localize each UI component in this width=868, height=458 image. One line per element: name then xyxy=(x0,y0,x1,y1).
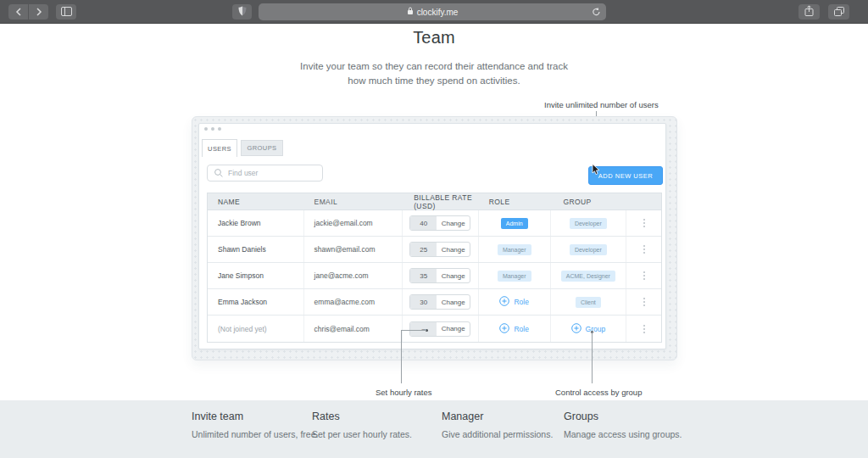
header-name: NAME xyxy=(208,198,304,206)
user-name-cell: Jane Simpson xyxy=(208,263,304,288)
billable-rate-control[interactable]: –Change xyxy=(409,321,470,337)
search-icon xyxy=(214,168,224,178)
billable-rate-control[interactable]: 40Change xyxy=(409,215,470,231)
add-role-button[interactable]: Role xyxy=(499,296,528,308)
table-row: Emma Jacksonemma@acme.com30ChangeRoleCli… xyxy=(208,289,661,316)
sidebar-icon xyxy=(61,4,72,20)
billable-rate-cell: 40Change xyxy=(403,210,479,236)
billable-rate-control[interactable]: 25Change xyxy=(409,242,470,257)
feature-title: Invite team xyxy=(192,411,318,422)
row-menu-button[interactable] xyxy=(640,215,648,231)
row-menu-button[interactable] xyxy=(640,268,648,283)
callout-invite-users: Invite unlimited number of users xyxy=(544,100,649,109)
role-cell: Role xyxy=(479,316,551,342)
role-cell: Manager xyxy=(479,263,551,288)
header-billable-rate: BILLABLE RATE (USD) xyxy=(403,193,479,210)
row-menu-button[interactable] xyxy=(640,294,648,310)
add-role-label: Role xyxy=(514,325,528,333)
address-url: clockify.me xyxy=(417,8,459,17)
row-menu-cell xyxy=(626,263,661,288)
back-button[interactable] xyxy=(8,4,28,20)
add-role-label: Role xyxy=(514,298,528,306)
feature-description: Give additional permissions. xyxy=(442,429,553,439)
page-subtitle: Invite your team so they can record thei… xyxy=(0,59,868,88)
group-cell: Group xyxy=(551,316,627,342)
group-cell: ACME, Designer xyxy=(551,263,627,288)
billable-rate-cell: –Change xyxy=(403,316,479,342)
feature-description: Manage access using groups. xyxy=(564,429,682,439)
rate-value: 35 xyxy=(410,269,437,282)
role-cell: Role xyxy=(479,289,551,315)
table-row: (Not joined yet)chris@email.com–ChangeRo… xyxy=(208,316,661,342)
subtitle-line-1: Invite your team so they can record thei… xyxy=(0,59,868,74)
change-rate-button[interactable]: Change xyxy=(437,269,470,282)
share-icon xyxy=(804,4,814,20)
privacy-shield-button[interactable] xyxy=(232,4,252,20)
window-dot xyxy=(211,127,214,131)
billable-rate-cell: 35Change xyxy=(403,263,479,288)
tab-groups[interactable]: GROUPS xyxy=(241,140,283,156)
row-menu-button[interactable] xyxy=(640,242,648,257)
sidebar-button[interactable] xyxy=(56,4,76,20)
footer-band xyxy=(0,400,868,458)
user-name-cell: Jackie Brown xyxy=(208,210,304,236)
role-badge: Manager xyxy=(498,271,531,282)
forward-button[interactable] xyxy=(29,4,48,20)
rate-value: 40 xyxy=(410,216,437,230)
search-input[interactable] xyxy=(228,169,313,177)
role-cell: Admin xyxy=(479,210,551,236)
change-rate-button[interactable]: Change xyxy=(437,295,470,309)
table-body: Jackie Brownjackie@email.com40ChangeAdmi… xyxy=(208,210,661,342)
add-group-button[interactable]: Group xyxy=(571,323,606,335)
table-row: Jackie Brownjackie@email.com40ChangeAdmi… xyxy=(208,210,661,237)
row-menu-cell xyxy=(626,210,661,236)
user-name-cell: (Not joined yet) xyxy=(208,316,304,342)
feature-title: Groups xyxy=(564,411,682,422)
browser-toolbar: clockify.me xyxy=(0,0,868,24)
role-badge: Admin xyxy=(501,218,528,229)
header-role: ROLE xyxy=(479,198,551,206)
address-bar[interactable]: clockify.me xyxy=(259,3,606,20)
feature-description: Set per user hourly rates. xyxy=(312,429,412,439)
lock-icon xyxy=(407,7,414,17)
billable-rate-cell: 25Change xyxy=(403,237,479,262)
table-row: Jane Simpsonjane@acme.com35ChangeManager… xyxy=(208,263,661,289)
plus-circle-icon xyxy=(571,323,581,335)
user-name-cell: Emma Jackson xyxy=(208,289,304,315)
chevron-left-icon xyxy=(15,4,22,20)
tab-overview-button[interactable] xyxy=(828,4,849,20)
plus-circle-icon xyxy=(499,296,509,308)
users-table: NAME EMAIL BILLABLE RATE (USD) ROLE GROU… xyxy=(207,193,662,343)
row-menu-button[interactable] xyxy=(640,321,648,337)
header-group: GROUP xyxy=(550,198,626,206)
feature-rates: Rates Set per user hourly rates. xyxy=(312,411,412,439)
table-header-row: NAME EMAIL BILLABLE RATE (USD) ROLE GROU… xyxy=(208,193,661,210)
feature-groups: Groups Manage access using groups. xyxy=(564,411,682,439)
change-rate-button[interactable]: Change xyxy=(437,322,470,336)
refresh-icon[interactable] xyxy=(592,7,601,19)
callout-group-access: Control access by group xyxy=(555,388,633,397)
search-box[interactable] xyxy=(207,165,323,182)
rate-value: 25 xyxy=(410,243,437,256)
tab-users[interactable]: USERS xyxy=(202,139,237,157)
shield-icon xyxy=(238,4,247,20)
table-row: Shawn Danielsshawn@email.com25ChangeMana… xyxy=(208,237,661,263)
user-email-cell: chris@email.com xyxy=(304,316,403,342)
page-title: Team xyxy=(0,28,868,47)
change-rate-button[interactable]: Change xyxy=(437,243,470,256)
user-name-cell: Shawn Daniels xyxy=(208,237,304,262)
change-rate-button[interactable]: Change xyxy=(437,216,470,230)
billable-rate-control[interactable]: 30Change xyxy=(409,294,470,310)
group-cell: Client xyxy=(551,289,627,315)
add-role-button[interactable]: Role xyxy=(499,323,528,335)
user-email-cell: jackie@email.com xyxy=(304,210,403,236)
share-button[interactable] xyxy=(798,4,820,20)
subtitle-line-2: how much time they spend on activities. xyxy=(0,74,868,88)
connector-line xyxy=(401,330,426,331)
window-dot xyxy=(218,127,221,131)
header-email: EMAIL xyxy=(304,198,403,206)
connector-line xyxy=(401,330,402,383)
window-dot xyxy=(204,127,208,131)
billable-rate-control[interactable]: 35Change xyxy=(409,268,470,283)
mouse-cursor-icon xyxy=(592,164,601,179)
